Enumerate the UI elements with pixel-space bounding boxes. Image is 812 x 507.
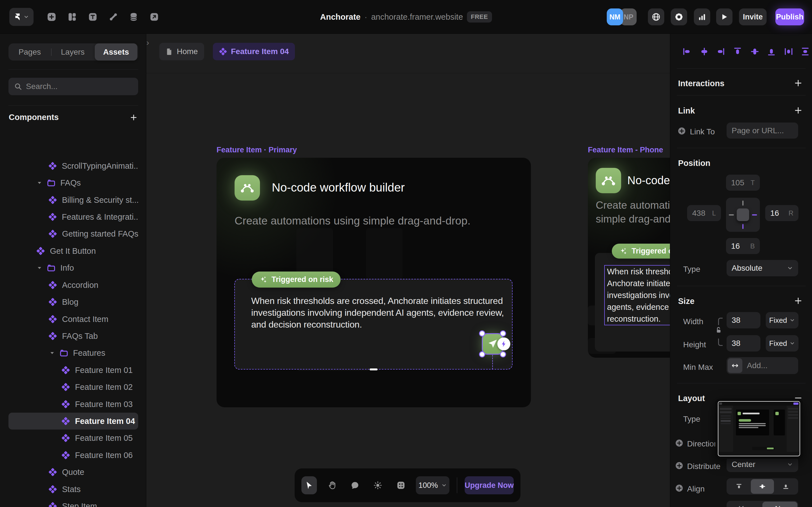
direction-add-icon[interactable]	[675, 439, 683, 447]
resize-handle-bottom[interactable]	[370, 369, 377, 371]
tree-item-faqs-tab[interactable]: FAQs Tab	[8, 328, 138, 344]
tab-layers[interactable]: Layers	[52, 43, 94, 61]
tab-pages[interactable]: Pages	[8, 43, 51, 61]
align-bottom-icon[interactable]	[766, 47, 776, 57]
unlock-icon[interactable]	[715, 326, 723, 334]
tree-item-stats[interactable]: Stats	[8, 481, 138, 498]
position-left-input[interactable]: 438L	[687, 205, 721, 221]
align-center-horizontal-icon[interactable]	[699, 47, 709, 57]
insert-tool-button[interactable]	[47, 12, 57, 22]
wrap-no-button[interactable]: No	[762, 502, 797, 507]
cms-panel-button[interactable]	[671, 8, 687, 25]
selected-text-outline[interactable]: When risk thresholds Anchorate initiates…	[604, 265, 670, 325]
tree-item-step-item[interactable]: Step Item	[8, 498, 138, 507]
align-top-icon[interactable]	[732, 47, 743, 57]
pan-tool-button[interactable]	[324, 476, 340, 494]
component-instance-badge[interactable]	[497, 337, 510, 350]
layout-tool-button[interactable]	[67, 12, 77, 22]
search-field[interactable]	[8, 78, 138, 95]
align-center-button[interactable]	[751, 479, 774, 494]
height-mode-dropdown[interactable]: Fixed	[766, 335, 799, 351]
selection-handle-nw[interactable]	[479, 330, 485, 337]
zoom-dropdown[interactable]: 100%	[416, 476, 449, 494]
theme-toggle-button[interactable]	[370, 476, 386, 494]
position-type-dropdown[interactable]: Absolute	[726, 260, 798, 276]
avatar[interactable]: NM	[607, 8, 623, 25]
tree-item-contact-item[interactable]: Contact Item	[8, 311, 138, 328]
caret-down-icon[interactable]	[36, 265, 43, 271]
analytics-button[interactable]	[694, 8, 710, 25]
link-to-add-icon[interactable]	[677, 127, 686, 135]
text-tool-button[interactable]	[88, 12, 98, 22]
align-right-icon[interactable]	[715, 47, 725, 57]
framer-menu-button[interactable]	[9, 8, 34, 26]
add-component-button[interactable]	[130, 113, 138, 122]
distribute-dropdown[interactable]: Center	[726, 457, 798, 472]
select-tool-button[interactable]	[301, 476, 317, 494]
invite-button[interactable]: Invite	[739, 8, 767, 25]
height-input[interactable]: 38	[726, 335, 760, 351]
tree-item-getting-started-faqs[interactable]: Getting started FAQs	[8, 225, 138, 242]
tree-item-feature-item-06[interactable]: Feature Item 06	[8, 447, 138, 464]
tree-item-accordion[interactable]: Accordion	[8, 277, 138, 293]
components-panel-button[interactable]	[393, 476, 409, 494]
site-settings-button[interactable]	[648, 8, 664, 25]
frame-feature-item-phone[interactable]: No-code workflow builder Create automati…	[588, 158, 670, 358]
publish-button[interactable]: Publish	[775, 8, 804, 25]
width-input[interactable]: 38	[726, 312, 760, 328]
tree-item-faqs-folder[interactable]: FAQs	[8, 174, 138, 191]
align-start-button[interactable]	[727, 479, 751, 494]
minmax-icon-button[interactable]	[728, 358, 742, 373]
canvas[interactable]: Home › Feature Item 04 Feature Item · Pr…	[146, 34, 670, 507]
add-size-button[interactable]	[794, 296, 803, 305]
distribute-vertical-icon[interactable]	[800, 47, 810, 57]
selection-handle-se[interactable]	[500, 351, 506, 357]
caret-down-icon[interactable]	[49, 349, 56, 356]
selection-handle-ne[interactable]	[500, 330, 506, 337]
tree-item-feature-item-02[interactable]: Feature Item 02	[8, 379, 138, 395]
align-end-button[interactable]	[774, 479, 797, 494]
distribute-horizontal-icon[interactable]	[783, 47, 794, 57]
tree-item-feature-item-05[interactable]: Feature Item 05	[8, 430, 138, 446]
preview-button[interactable]	[716, 8, 732, 25]
breadcrumb-home[interactable]: Home	[159, 43, 204, 60]
align-left-icon[interactable]	[682, 47, 692, 57]
tree-item-features-folder[interactable]: Features	[8, 344, 138, 361]
cms-tool-button[interactable]	[129, 12, 139, 22]
caret-down-icon[interactable]	[36, 179, 43, 186]
add-interaction-button[interactable]	[794, 78, 803, 88]
align-center-vertical-icon[interactable]	[750, 47, 760, 57]
vector-tool-button[interactable]	[108, 12, 118, 22]
position-top-input[interactable]: 105T	[726, 175, 760, 191]
frame-label-primary[interactable]: Feature Item · Primary	[216, 146, 297, 154]
tree-item-features-integrations[interactable]: Features & Integrati...	[8, 209, 138, 225]
selected-icon-element[interactable]	[483, 334, 502, 354]
minmax-control[interactable]: Add...	[726, 357, 798, 374]
export-tool-button[interactable]	[149, 12, 159, 22]
width-mode-dropdown[interactable]: Fixed	[766, 312, 799, 328]
tree-item-get-it-button[interactable]: Get It Button	[8, 242, 138, 260]
position-right-input[interactable]: 16R	[765, 205, 799, 221]
add-link-button[interactable]	[794, 106, 803, 115]
tree-item-quote[interactable]: Quote	[8, 464, 138, 481]
position-anchor-widget[interactable]	[726, 198, 760, 232]
tree-item-billing-security[interactable]: Billing & Security st...	[8, 191, 138, 209]
tree-item-info-folder[interactable]: Info	[8, 260, 138, 276]
selection-handle-sw[interactable]	[479, 351, 485, 357]
tree-item-blog[interactable]: Blog	[8, 293, 138, 311]
position-bottom-input[interactable]: 16B	[726, 238, 760, 254]
align-add-icon[interactable]	[675, 484, 683, 492]
tree-item-feature-item-03[interactable]: Feature Item 03	[8, 396, 138, 413]
tree-item-feature-item-04[interactable]: Feature Item 04	[8, 413, 138, 430]
link-to-input[interactable]: Page or URL...	[726, 122, 798, 138]
frame-feature-item-primary[interactable]: No-code workflow builder Create automati…	[216, 158, 531, 407]
tree-item-feature-item-01[interactable]: Feature Item 01	[8, 362, 138, 379]
tree-item-scrolltypinganimation[interactable]: ScrollTypingAnimati...	[8, 158, 138, 174]
tab-assets[interactable]: Assets	[95, 43, 137, 61]
comment-tool-button[interactable]	[347, 476, 363, 494]
wrap-yes-button[interactable]: Yes	[727, 502, 762, 507]
frame-label-phone[interactable]: Feature Item - Phone	[588, 146, 663, 154]
breadcrumb-current[interactable]: Feature Item 04	[213, 43, 295, 60]
upgrade-button[interactable]: Upgrade Now	[465, 476, 514, 494]
search-input[interactable]	[26, 82, 133, 91]
